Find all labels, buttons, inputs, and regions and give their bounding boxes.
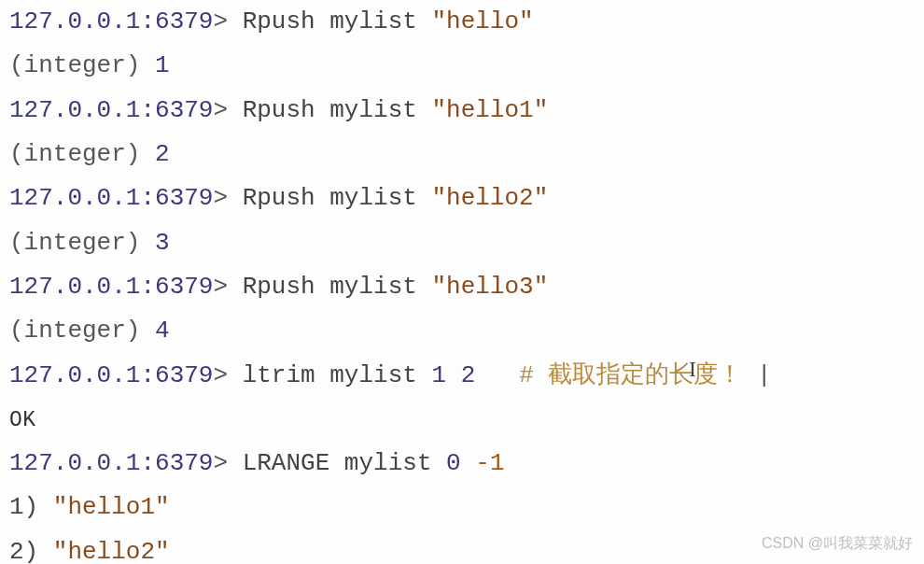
terminal-line: (integer) 2 — [9, 133, 915, 176]
str-text: "hello3" — [431, 273, 548, 301]
str-text: "hello2" — [53, 538, 170, 564]
cmd-text — [461, 449, 476, 477]
ok-text: OK — [9, 408, 36, 432]
terminal-line: OK — [9, 398, 915, 442]
terminal-line: 127.0.0.1:6379> Rpush mylist "hello3" — [9, 265, 915, 309]
prompt: 127.0.0.1:6379 — [9, 184, 213, 212]
terminal-output[interactable]: 127.0.0.1:6379> Rpush mylist "hello"(int… — [9, 0, 915, 564]
cmd-text — [446, 361, 461, 389]
str-text: "hello1" — [431, 96, 548, 124]
cmd-text — [475, 361, 519, 389]
cmd-text: Rpush mylist — [228, 273, 431, 301]
num-text: 3 — [155, 229, 170, 257]
prompt-separator: > — [213, 7, 228, 35]
comment-text: # 截取指定的长度！ — [519, 361, 742, 389]
num-text: 1 — [431, 361, 446, 389]
str-text: "hello2" — [431, 184, 548, 212]
prompt-separator: > — [213, 184, 228, 212]
str-text: "hello1" — [53, 493, 170, 521]
str-text: "hello" — [431, 7, 533, 35]
prompt: 127.0.0.1:6379 — [9, 7, 213, 35]
cmd-text: Rpush mylist — [228, 96, 431, 124]
idx-text: 1) — [9, 493, 53, 521]
prompt-separator: > — [213, 96, 228, 124]
num-text: 2 — [155, 140, 170, 168]
terminal-line: 1) "hello1" — [9, 486, 915, 529]
resp-text: (integer) — [9, 317, 155, 345]
terminal-line: (integer) 4 — [9, 309, 915, 353]
input-cursor: | — [742, 361, 771, 389]
idx-text: 2) — [9, 538, 53, 564]
terminal-line: (integer) 3 — [9, 221, 915, 265]
terminal-line: 127.0.0.1:6379> Rpush mylist "hello" — [9, 0, 915, 44]
terminal-line: 127.0.0.1:6379> LRANGE mylist 0 -1 — [9, 442, 915, 486]
prompt: 127.0.0.1:6379 — [9, 361, 213, 389]
cmd-text: LRANGE mylist — [228, 449, 446, 477]
terminal-line: 127.0.0.1:6379> Rpush mylist "hello2" — [9, 176, 915, 220]
cmd-text: Rpush mylist — [228, 7, 431, 35]
prompt-separator: > — [213, 361, 228, 389]
resp-text: (integer) — [9, 51, 155, 79]
num-text: 4 — [155, 317, 170, 345]
resp-text: (integer) — [9, 140, 155, 168]
cmd-text: ltrim mylist — [228, 361, 431, 389]
prompt-separator: > — [213, 449, 228, 477]
num-text: 0 — [446, 449, 461, 477]
neg-text: -1 — [475, 449, 504, 477]
terminal-line: (integer) 1 — [9, 44, 915, 88]
prompt: 127.0.0.1:6379 — [9, 449, 213, 477]
num-text: 2 — [461, 361, 476, 389]
cmd-text: Rpush mylist — [228, 184, 431, 212]
prompt: 127.0.0.1:6379 — [9, 96, 213, 124]
prompt: 127.0.0.1:6379 — [9, 273, 213, 301]
watermark-text: CSDN @叫我菜菜就好 — [762, 529, 913, 557]
terminal-line: 127.0.0.1:6379> ltrim mylist 1 2 # 截取指定的… — [9, 354, 915, 398]
prompt-separator: > — [213, 273, 228, 301]
num-text: 1 — [155, 51, 170, 79]
terminal-line: 127.0.0.1:6379> Rpush mylist "hello1" — [9, 89, 915, 133]
resp-text: (integer) — [9, 229, 155, 257]
